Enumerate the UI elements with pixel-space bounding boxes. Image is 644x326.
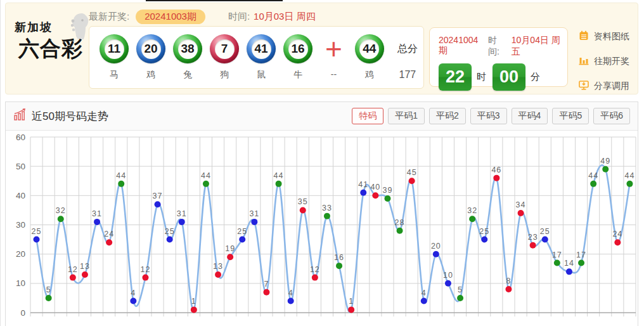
menu-item-share[interactable]: 分享调用 — [578, 79, 629, 93]
data-point[interactable] — [445, 280, 451, 287]
data-point-label: 10 — [443, 271, 453, 280]
lottery-ball-blue: 20 — [136, 34, 165, 63]
data-point-label: 25 — [165, 227, 175, 236]
menu-item-material[interactable]: 资料图纸 — [578, 30, 629, 44]
data-point-label: 32 — [467, 206, 477, 215]
data-point[interactable] — [203, 181, 209, 187]
data-point[interactable] — [469, 216, 475, 222]
tab-special[interactable]: 特码 — [352, 108, 383, 124]
lottery-ball-green: 44 — [355, 34, 384, 63]
data-point-label: 7 — [264, 280, 269, 289]
data-point[interactable] — [372, 192, 378, 199]
minute-unit-label: 分 — [531, 71, 540, 83]
data-point[interactable] — [384, 195, 390, 202]
data-point[interactable] — [239, 237, 245, 243]
data-point[interactable] — [191, 306, 197, 313]
y-axis-tick-label: 0 — [20, 308, 25, 318]
trend-chart-svg: 0102030405060255321213312444412372531144… — [6, 131, 638, 326]
bar-chart-icon — [578, 55, 589, 68]
data-point[interactable] — [530, 242, 536, 249]
data-point-label: 35 — [298, 197, 308, 206]
tab-normal-5[interactable]: 平码5 — [552, 108, 589, 124]
data-point[interactable] — [433, 251, 439, 258]
data-point[interactable] — [505, 286, 512, 292]
data-point[interactable] — [324, 213, 330, 219]
data-point[interactable] — [70, 275, 76, 281]
latest-time-label: 时间: — [228, 11, 250, 23]
data-point[interactable] — [348, 306, 354, 313]
ball-number: 11 — [105, 39, 124, 59]
data-point-label: 1 — [191, 297, 196, 306]
data-point[interactable] — [336, 263, 342, 269]
data-point[interactable] — [360, 190, 366, 196]
data-point[interactable] — [397, 228, 403, 234]
data-point-label: 5 — [46, 285, 51, 294]
data-point[interactable] — [542, 237, 548, 243]
data-point-label: 37 — [153, 192, 163, 200]
total-score-value: 177 — [399, 69, 416, 79]
data-point[interactable] — [251, 219, 257, 225]
plus-separator: +-- — [320, 34, 347, 79]
data-point[interactable] — [263, 289, 269, 296]
menu-item-past-draws[interactable]: 往期开奖 — [578, 55, 629, 68]
data-point[interactable] — [312, 275, 318, 281]
next-draw-info: 20241004期 时间: 10月04日 周五 — [439, 35, 567, 58]
tab-normal-4[interactable]: 平码4 — [512, 108, 548, 124]
data-point-label: 12 — [140, 265, 150, 274]
data-point[interactable] — [457, 295, 463, 301]
data-point[interactable] — [142, 275, 148, 281]
data-point[interactable] — [46, 295, 52, 301]
data-point[interactable] — [554, 260, 560, 266]
data-point[interactable] — [82, 271, 88, 278]
data-point[interactable] — [300, 207, 306, 213]
data-point-label: 17 — [552, 251, 562, 259]
data-point[interactable] — [590, 181, 596, 187]
result-ball-3: 38兔 — [173, 34, 202, 79]
data-point-label: 45 — [407, 168, 417, 177]
data-point[interactable] — [578, 260, 584, 266]
data-point-label: 1 — [349, 297, 354, 306]
data-point[interactable] — [421, 298, 427, 304]
data-point[interactable] — [288, 298, 294, 304]
tab-normal-3[interactable]: 平码3 — [470, 108, 507, 124]
zodiac-label: 狗 — [220, 69, 229, 79]
tab-normal-6[interactable]: 平码6 — [593, 108, 630, 124]
data-point-label: 12 — [68, 265, 78, 274]
tab-normal-2[interactable]: 平码2 — [429, 108, 466, 124]
top-edge-artifact — [146, 0, 283, 1]
countdown-minute: 00 — [493, 63, 525, 91]
data-point[interactable] — [276, 181, 282, 187]
side-menu: 资料图纸往期开奖分享调用 — [578, 30, 629, 93]
data-point[interactable] — [566, 268, 572, 275]
data-point[interactable] — [227, 254, 233, 260]
data-point[interactable] — [518, 210, 524, 216]
data-point[interactable] — [602, 166, 609, 173]
tab-normal-1[interactable]: 平码1 — [388, 108, 425, 124]
data-point[interactable] — [58, 216, 64, 222]
data-point-label: 24 — [104, 230, 114, 238]
data-point[interactable] — [614, 239, 621, 245]
plus-sub-label: -- — [331, 69, 337, 79]
data-point-label: 5 — [458, 285, 463, 294]
data-point[interactable] — [179, 219, 185, 225]
data-point[interactable] — [215, 271, 221, 278]
data-point[interactable] — [481, 237, 487, 243]
data-point-label: 20 — [431, 242, 441, 251]
chart-titlebar: 近50期号码走势 特码平码1平码2平码3平码4平码5平码6 — [6, 102, 638, 131]
data-point-label: 4 — [288, 289, 293, 297]
data-point[interactable] — [94, 219, 100, 225]
data-point[interactable] — [118, 181, 124, 187]
lottery-ball-green: 38 — [173, 34, 202, 63]
data-point[interactable] — [167, 237, 173, 243]
data-point[interactable] — [106, 239, 112, 245]
data-point[interactable] — [409, 178, 415, 184]
data-point[interactable] — [155, 201, 161, 207]
countdown: 22 时 00 分 — [439, 63, 567, 91]
data-point[interactable] — [34, 237, 40, 243]
zodiac-label: 牛 — [293, 69, 302, 79]
data-point[interactable] — [493, 175, 499, 181]
result-ball-6: 16牛 — [283, 34, 312, 79]
data-point[interactable] — [626, 181, 633, 187]
data-point[interactable] — [130, 298, 136, 304]
data-point-label: 44 — [588, 171, 598, 180]
